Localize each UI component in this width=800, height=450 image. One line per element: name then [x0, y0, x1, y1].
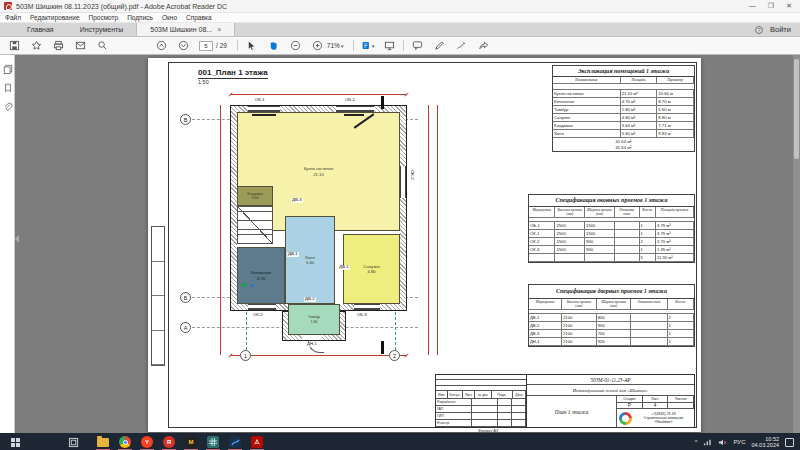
title-block: Изм.Кол.уч.Лист№ док.Подп.Дата Разработа… — [435, 374, 695, 428]
page-number-input[interactable]: 5 — [199, 41, 213, 51]
dimension-line — [428, 105, 429, 355]
calculator-app-icon[interactable] — [206, 435, 220, 449]
hand-tool-icon[interactable] — [267, 39, 280, 52]
bookmarks-icon[interactable] — [2, 82, 13, 93]
total-count: 5 — [640, 254, 657, 262]
balcony-door-ob1 — [336, 106, 374, 112]
chrome-icon[interactable] — [118, 435, 132, 449]
window-ok1 — [248, 106, 280, 112]
tab-tools[interactable]: Инструменты — [67, 23, 137, 36]
room-area-cell: 4.70 м² — [621, 98, 658, 106]
page-up-icon[interactable] — [155, 39, 168, 52]
restore-button[interactable]: ❐ — [768, 2, 774, 10]
menu-item[interactable]: Окно — [162, 14, 177, 21]
photos-app-icon[interactable] — [228, 435, 242, 449]
elevation-cell — [615, 230, 640, 238]
zoom-in-icon[interactable] — [311, 39, 324, 52]
window-title: 503M Шишкин 08.11.2023 (общий).pdf - Ado… — [16, 3, 227, 10]
notification-center-icon[interactable] — [785, 438, 794, 447]
table-row: ОК-1 2500 1500 1 3.75 м² — [529, 230, 694, 238]
mark-cell: ДН-1 — [529, 338, 562, 346]
share-icon[interactable] — [477, 39, 490, 52]
scrollbar-thumb[interactable] — [794, 59, 799, 159]
table-row: Котельная 4.70 м² 8.70 м — [553, 98, 694, 106]
opening-label-dn1: ДН-1 — [306, 342, 318, 347]
revision-col: Кол.уч. — [448, 391, 463, 399]
fill-sign-icon[interactable] — [455, 39, 468, 52]
width-cell: 900 — [585, 246, 615, 254]
tab-close-icon[interactable]: × — [217, 26, 221, 33]
vertical-scrollbar[interactable] — [793, 55, 800, 433]
minimize-button[interactable]: — — [749, 2, 756, 10]
tab-home[interactable]: Главная — [14, 23, 67, 36]
attachments-icon[interactable] — [2, 101, 13, 112]
yandex-app-icon[interactable]: Я — [162, 435, 176, 449]
lintel-mark — [252, 114, 276, 116]
save-icon[interactable] — [8, 39, 21, 52]
menu-item[interactable]: Файл — [5, 14, 21, 21]
volume-icon[interactable] — [718, 433, 727, 450]
opening-label-dv2: ДВ-2 — [304, 297, 316, 302]
zoom-out-icon[interactable] — [289, 39, 302, 52]
header-cell: Кол-во — [640, 207, 657, 218]
tab-document[interactable]: 503M Шишкин 08... × — [136, 23, 235, 36]
table-header: МаркировкаВысота проема (мм)Ширина проем… — [529, 299, 694, 310]
drawing-title: 001_План 1 этажа — [198, 68, 268, 79]
panel-collapse-handle[interactable] — [15, 235, 19, 243]
page-down-icon[interactable] — [177, 39, 190, 52]
select-cursor-icon[interactable] — [245, 39, 258, 52]
height-cell: 2100 — [562, 330, 597, 338]
acrobat-taskbar-icon[interactable] — [250, 435, 264, 449]
menu-item[interactable]: Просмотр — [89, 14, 119, 21]
menu-item[interactable]: Подпись — [127, 14, 153, 21]
opening-label-dv3: ДВ-3 — [291, 198, 303, 203]
role-label: Разработал — [436, 399, 472, 406]
search-icon[interactable] — [96, 39, 109, 52]
table-title: Экспликация помещений 1 этажа — [553, 66, 694, 77]
tab-bar: Главная Инструменты 503M Шишкин 08... × … — [0, 23, 800, 37]
room-area-cell: 5.60 м² — [621, 130, 658, 138]
clock[interactable]: 10:52 04.03.2024 — [751, 436, 779, 449]
table-header: Наименование Площадь Периметр — [553, 77, 694, 84]
room-name-cell: Тамбур — [553, 106, 621, 114]
comment-icon[interactable] — [411, 39, 424, 52]
room-name-cell: Санузел — [553, 114, 621, 122]
room-vestibule: Тамбур 1.80 — [288, 304, 340, 335]
explorer-icon[interactable] — [96, 435, 110, 449]
table-total-row: 5 11.55 м² — [529, 254, 694, 262]
width-cell: 700 — [597, 330, 632, 338]
drawing-title-block: 001_План 1 этажа 1:50 — [198, 68, 268, 85]
count-cell: 1 — [668, 338, 694, 346]
yandex-browser-icon[interactable]: Y — [140, 435, 154, 449]
document-area[interactable]: 001_План 1 этажа 1:50 В Б А 1 2 — [15, 55, 800, 433]
language-indicator[interactable]: РУС — [733, 439, 745, 445]
print-icon[interactable] — [52, 39, 65, 52]
menu-item[interactable]: Редактирование — [30, 14, 80, 21]
zoom-level[interactable]: 71%▾ — [327, 42, 344, 49]
document-code: 503М-01-11.23-АР — [527, 375, 694, 385]
help-icon[interactable]: ? — [755, 26, 763, 34]
presentation-icon[interactable] — [383, 39, 396, 52]
drawing-scale: 1:50 — [198, 79, 268, 85]
opening-label-ob1: ОБ-1 — [344, 98, 356, 103]
email-icon[interactable] — [74, 39, 87, 52]
count-cell: 2 — [640, 238, 657, 246]
task-view-button[interactable] — [66, 435, 80, 449]
dark-round-app-icon[interactable]: M — [184, 435, 198, 449]
table-row: ОБ-1 2500 1500 1 3.75 м² — [529, 222, 694, 230]
start-button[interactable] — [8, 435, 22, 449]
menu-item[interactable]: Справка — [186, 14, 212, 21]
close-button[interactable]: ✕ — [786, 2, 792, 10]
tray-expand-icon[interactable]: ^ — [695, 439, 698, 445]
opening-label-ok2: ОК-2 — [252, 313, 264, 318]
pencil-annotate-icon[interactable] — [433, 39, 446, 52]
navigation-pane — [0, 55, 15, 433]
height-cell: 2500 — [555, 222, 585, 230]
window-titlebar: 503M Шишкин 08.11.2023 (общий).pdf - Ado… — [0, 0, 800, 13]
star-favorites-icon[interactable] — [30, 39, 43, 52]
mark-cell: ОК-2 — [529, 238, 555, 246]
sign-in-button[interactable]: Войти — [770, 25, 791, 34]
page-thumbnails-icon[interactable] — [2, 63, 13, 74]
network-icon[interactable] — [703, 433, 712, 450]
page-view-icon[interactable]: ▾ — [361, 39, 374, 52]
